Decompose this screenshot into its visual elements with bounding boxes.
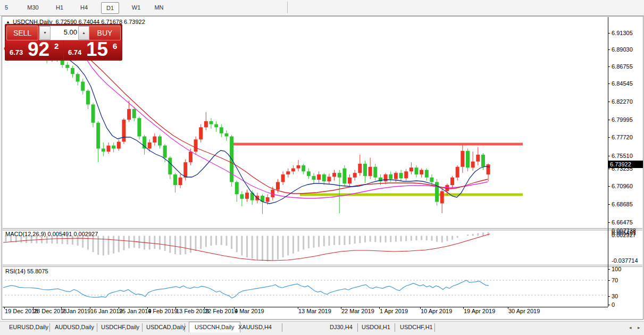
candle-body <box>148 143 152 148</box>
timeframe-button-h4[interactable]: H4 <box>76 2 93 13</box>
tab-scroll-right-icon[interactable]: ▸ <box>638 325 640 330</box>
buy-price[interactable]: 6.74 15 6 <box>64 40 122 60</box>
tab-separator <box>142 323 143 332</box>
candle-body <box>102 148 105 152</box>
macd-histogram-bar <box>169 236 171 253</box>
date-axis-label: 30 Apr 2019 <box>508 308 540 314</box>
timeframe-button-d1[interactable]: D1 <box>101 2 119 14</box>
candle-body <box>91 104 95 122</box>
macd-axis-label: 0.002927 <box>612 232 636 238</box>
macd-histogram-bar <box>256 236 258 261</box>
timeframe-button-m30[interactable]: M30 <box>22 2 44 13</box>
macd-histogram-bar <box>354 236 356 244</box>
candle-body <box>158 137 162 146</box>
candle-body <box>312 176 316 180</box>
price-axis-label: 6.91305 <box>612 30 633 36</box>
tab-usdcnh-daily[interactable]: USDCNH,Daily <box>189 322 240 332</box>
candle-body <box>235 182 239 194</box>
price-axis-label: 6.89030 <box>612 46 633 53</box>
candle-body <box>317 174 321 180</box>
candle-body <box>224 133 228 137</box>
candle-body <box>481 155 485 167</box>
macd-histogram-bar <box>390 236 391 242</box>
date-axis-label: 25 Jan 2019 <box>119 308 152 314</box>
macd-histogram-bar <box>221 236 222 245</box>
timeframe-button-5[interactable]: 5 <box>2 2 11 13</box>
tab-xauusd-h4[interactable]: XAUUSD,H4 <box>238 324 272 330</box>
rsi-indicator-label: RSI(14) 55.8075 <box>5 268 48 274</box>
candle-body <box>409 168 413 171</box>
date-axis-label: 4 Mar 2019 <box>235 308 264 314</box>
timeframe-button-h1[interactable]: H1 <box>51 2 68 13</box>
tab-dj30-h4[interactable]: DJ30,H4 <box>330 324 353 330</box>
macd-histogram-bar <box>287 236 289 256</box>
tab-separator <box>49 323 50 332</box>
tab-usdoil-h1[interactable]: USDOil,H1 <box>362 324 390 330</box>
macd-histogram-bar <box>364 236 366 242</box>
candle-body <box>65 65 69 68</box>
price-axis-label: 6.84545 <box>612 80 633 87</box>
candle-body <box>425 170 429 177</box>
macd-histogram-bar <box>103 236 104 256</box>
date-axis-label: 16 Jan 2019 <box>90 308 123 314</box>
macd-histogram-bar <box>118 236 120 253</box>
candle-body <box>456 167 459 178</box>
candle-body <box>394 173 398 179</box>
volume-input[interactable]: 5.00 <box>64 26 77 39</box>
macd-histogram-bar <box>180 236 181 255</box>
chart-window: ▲USDCNH,Daily 6.72590 6.74044 6.71678 6.… <box>2 16 643 320</box>
date-axis-label: 13 Feb 2019 <box>176 308 209 314</box>
candle-body <box>348 178 352 183</box>
macd-histogram-bar <box>318 236 320 247</box>
price-axis-label: 6.79995 <box>612 116 633 123</box>
candle-body <box>487 164 490 174</box>
macd-histogram-bar <box>236 236 238 253</box>
macd-histogram-bar <box>431 236 432 241</box>
timeframe-button-mn[interactable]: MN <box>150 2 168 13</box>
candle-body <box>153 137 156 143</box>
candle-body <box>420 170 423 174</box>
candle-body <box>276 182 280 189</box>
candle-body <box>302 165 305 171</box>
tab-audusd-daily[interactable]: AUDUSD,Daily <box>55 324 94 330</box>
macd-histogram-bar <box>339 236 340 245</box>
candle-body <box>332 173 336 177</box>
macd-histogram-bar <box>411 236 412 241</box>
macd-histogram-bar <box>267 236 269 262</box>
rsi-axis-label: 70 <box>612 277 618 283</box>
macd-histogram-bar <box>154 236 155 249</box>
macd-histogram-bar <box>328 236 330 246</box>
macd-histogram-bar <box>380 236 381 242</box>
timeframe-button-w1[interactable]: W1 <box>128 2 145 13</box>
buy-price-pips: 15 <box>86 38 108 61</box>
candle-body <box>369 167 372 176</box>
price-axis-label: 6.82270 <box>612 98 633 105</box>
price-axis-label: 6.70960 <box>612 183 633 189</box>
macd-histogram-bar <box>190 236 191 253</box>
macd-histogram-bar <box>292 236 294 254</box>
candle-body <box>183 162 187 178</box>
candle-body <box>291 169 295 172</box>
macd-histogram-bar <box>472 234 474 236</box>
one-click-trade-panel: SELL ▾ 5.00 ▴ BUY 6.73 92 2 6.74 15 6 <box>5 24 122 61</box>
candle-body <box>471 162 475 168</box>
rsi-axis-label: 30 <box>612 293 618 299</box>
tab-usdchf-h1[interactable]: USDCHF,H1 <box>400 324 433 330</box>
candle-body <box>342 169 346 184</box>
macd-histogram-bar <box>174 236 176 254</box>
sell-price[interactable]: 6.73 92 2 <box>5 40 63 60</box>
macd-histogram-bar <box>77 236 79 246</box>
date-axis-label: 19 Apr 2019 <box>464 308 495 314</box>
tab-eurusd-daily[interactable]: EURUSD,Daily <box>9 324 48 330</box>
candle-body <box>240 194 244 199</box>
macd-histogram-bar <box>272 236 273 261</box>
tab-usdchf-daily[interactable]: USDCHF,Daily <box>101 324 139 330</box>
toolbar-separator <box>287 2 288 13</box>
date-axis-label: 1 Apr 2019 <box>380 308 408 314</box>
price-chart[interactable] <box>2 16 643 319</box>
candle-body <box>194 139 198 152</box>
macd-histogram-bar <box>262 236 263 261</box>
tab-usdcad-daily[interactable]: USDCAD,Daily <box>146 324 186 330</box>
tab-scroll-left-icon[interactable]: ◂ <box>629 325 632 330</box>
macd-histogram-bar <box>123 236 124 250</box>
